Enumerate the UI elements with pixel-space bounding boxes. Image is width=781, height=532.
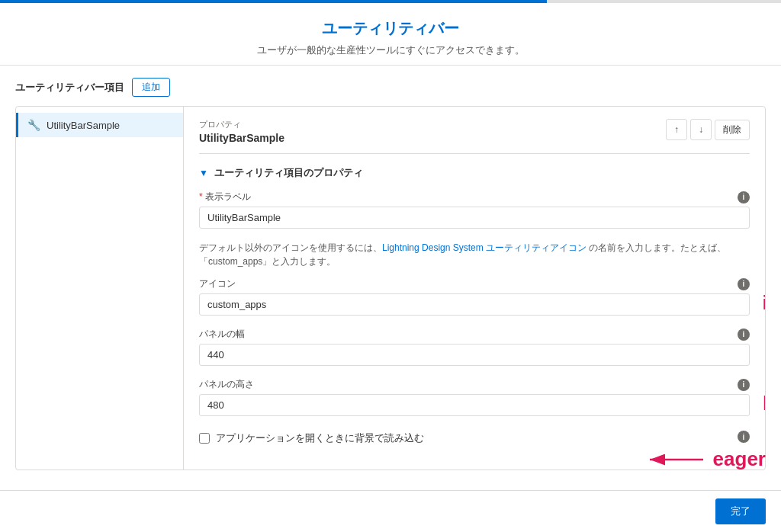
eager-label: アプリケーションを開くときに背景で読み込む bbox=[216, 431, 424, 445]
section-label: ユーティリティバー項目 bbox=[15, 81, 124, 95]
list-item[interactable]: 🔧 UtilityBarSample bbox=[16, 113, 183, 137]
display-label-input[interactable] bbox=[199, 207, 750, 229]
collapsible-section: ▼ ユーティリティ項目のプロパティ * 表示ラベル i bbox=[199, 166, 750, 445]
page-header: ユーティリティバー ユーザが一般的な生産性ツールにすぐにアクセスできます。 bbox=[0, 3, 781, 66]
display-label-label: * 表示ラベル bbox=[199, 191, 251, 204]
section-header: ユーティリティバー項目 追加 bbox=[15, 78, 766, 97]
eager-checkbox[interactable] bbox=[199, 433, 210, 444]
wrench-icon: 🔧 bbox=[27, 119, 40, 131]
height-info-icon[interactable]: i bbox=[738, 379, 750, 391]
main-content: ユーティリティバー項目 追加 🔧 UtilityBarSample プロパティ … bbox=[0, 66, 781, 490]
prop-label: プロパティ bbox=[199, 119, 284, 130]
width-field: パネルの幅 i width bbox=[199, 328, 750, 366]
progress-bar bbox=[0, 0, 781, 3]
icon-field-header: アイコン i bbox=[199, 277, 750, 290]
icon-info-text: デフォルト以外のアイコンを使用するには、Lightning Design Sys… bbox=[199, 241, 750, 268]
height-field-header: パネルの高さ i bbox=[199, 378, 750, 391]
collapsible-header[interactable]: ▼ ユーティリティ項目のプロパティ bbox=[199, 166, 750, 180]
display-label-header: * 表示ラベル i bbox=[199, 191, 750, 204]
height-annotation: height bbox=[763, 392, 765, 415]
item-label: UtilityBarSample bbox=[47, 120, 120, 131]
eager-info-icon[interactable]: i bbox=[738, 431, 750, 443]
height-field: パネルの高さ i height bbox=[199, 378, 750, 416]
move-down-button[interactable]: ↓ bbox=[690, 119, 712, 140]
icon-field: アイコン i icon bbox=[199, 277, 750, 316]
display-label-field: * 表示ラベル i label bbox=[199, 191, 750, 229]
page-footer: 完了 bbox=[0, 490, 781, 532]
move-up-button[interactable]: ↑ bbox=[666, 119, 687, 140]
required-mark: * bbox=[199, 191, 203, 202]
progress-bar-fill bbox=[0, 0, 547, 3]
content-grid: 🔧 UtilityBarSample プロパティ UtilityBarSampl… bbox=[15, 106, 766, 470]
prop-actions: ↑ ↓ 削除 bbox=[666, 119, 750, 140]
property-header: プロパティ UtilityBarSample ↑ ↓ 削除 bbox=[199, 119, 750, 154]
lds-link[interactable]: Lightning Design System ユーティリティアイコン bbox=[382, 242, 587, 253]
width-field-header: パネルの幅 i bbox=[199, 328, 750, 341]
icon-field-label: アイコン bbox=[199, 277, 236, 290]
height-input[interactable] bbox=[199, 394, 750, 416]
prop-title-group: プロパティ UtilityBarSample bbox=[199, 119, 284, 144]
width-input[interactable] bbox=[199, 344, 750, 366]
collapse-arrow-icon: ▼ bbox=[199, 168, 208, 178]
collapsible-title: ユーティリティ項目のプロパティ bbox=[214, 166, 363, 180]
finish-button[interactable]: 完了 bbox=[715, 498, 766, 524]
item-list: 🔧 UtilityBarSample bbox=[16, 107, 184, 470]
page-title: ユーティリティバー bbox=[15, 18, 766, 39]
width-field-label: パネルの幅 bbox=[199, 328, 245, 341]
eager-field: アプリケーションを開くときに背景で読み込む i bbox=[199, 428, 750, 445]
page-subtitle: ユーザが一般的な生産性ツールにすぐにアクセスできます。 bbox=[15, 43, 766, 57]
width-info-icon[interactable]: i bbox=[738, 328, 750, 341]
icon-annotation: icon bbox=[763, 291, 765, 315]
right-panel: プロパティ UtilityBarSample ↑ ↓ 削除 ▼ ユーティリティ項… bbox=[184, 107, 765, 470]
icon-input[interactable] bbox=[199, 293, 750, 316]
eager-checkbox-group: アプリケーションを開くときに背景で読み込む bbox=[199, 431, 424, 445]
prop-name: UtilityBarSample bbox=[199, 132, 284, 144]
delete-button[interactable]: 削除 bbox=[715, 120, 750, 140]
add-button[interactable]: 追加 bbox=[132, 78, 170, 97]
display-label-info-icon[interactable]: i bbox=[738, 191, 750, 204]
icon-info-icon[interactable]: i bbox=[738, 278, 750, 290]
page-wrapper: ユーティリティバー ユーザが一般的な生産性ツールにすぐにアクセスできます。 ユー… bbox=[0, 0, 781, 532]
height-field-label: パネルの高さ bbox=[199, 378, 254, 391]
